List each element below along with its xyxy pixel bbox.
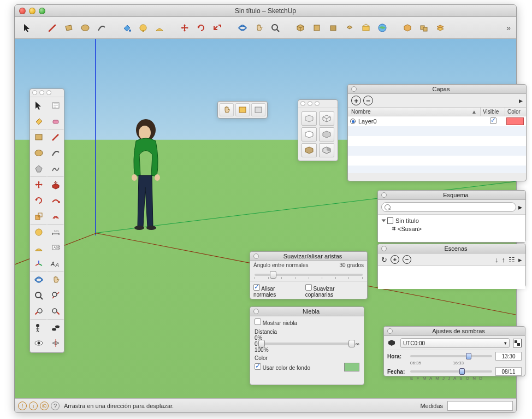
fog-distance-slider[interactable] (260, 343, 353, 345)
fog-color-swatch[interactable] (344, 363, 359, 371)
select-tool[interactable] (30, 97, 47, 113)
pan-tool[interactable] (47, 272, 64, 287)
freehand-tool[interactable] (47, 161, 64, 176)
google-earth-button[interactable] (375, 21, 389, 35)
time-value-input[interactable]: 13:30 (495, 352, 522, 361)
soften-titlebar[interactable]: Suavizar/alisar aristas (250, 252, 367, 261)
look-around-tool[interactable] (30, 335, 47, 351)
previous-view-tool[interactable] (30, 303, 47, 319)
section-plane-tool[interactable] (47, 335, 64, 351)
zoom-extents-tool[interactable] (47, 287, 64, 303)
push-pull-tool[interactable] (47, 176, 64, 192)
tree-child[interactable]: ⌗<Susan> (382, 225, 521, 233)
remove-layer-button[interactable]: − (363, 96, 373, 105)
panel-close-icon[interactable] (381, 192, 387, 198)
slider-thumb[interactable] (270, 271, 276, 279)
instructor-icon[interactable]: ! (18, 402, 27, 410)
scene-menu-button[interactable]: ▸ (518, 256, 522, 264)
fog-titlebar[interactable]: Niebla (250, 307, 364, 316)
layers-menu-button[interactable]: ▸ (519, 96, 523, 105)
scenes-titlebar[interactable]: Escenas (378, 244, 525, 253)
dimension-tool[interactable]: 1m (47, 224, 64, 240)
use-bg-color-checkbox[interactable]: Usar color de fondo (255, 363, 310, 371)
top-view-button[interactable] (342, 21, 357, 35)
pan-tool[interactable] (220, 103, 234, 116)
protractor-tool[interactable] (152, 21, 167, 35)
xray-style-button[interactable] (302, 111, 317, 126)
tree-root[interactable]: Sin título (382, 217, 521, 225)
slider-thumb-end[interactable] (348, 340, 355, 347)
panel-close-icon[interactable] (300, 101, 305, 106)
arc-tool[interactable] (47, 145, 64, 161)
scene-update-button[interactable]: ↻ (381, 256, 387, 264)
hidden-line-style-button[interactable] (302, 127, 317, 141)
move-tool[interactable] (30, 176, 47, 192)
layer-active-radio[interactable] (350, 119, 356, 124)
rotate-tool[interactable] (194, 21, 208, 35)
axes-tool[interactable] (30, 256, 47, 272)
zoom-tool[interactable] (30, 287, 47, 303)
panel-zoom-icon[interactable] (315, 101, 320, 106)
shadow-titlebar[interactable]: Ajustes de sombras (384, 327, 525, 336)
soften-coplanar-checkbox[interactable]: Suavizar coplanarias (305, 284, 364, 298)
model-figure-susan[interactable] (121, 116, 170, 237)
smooth-normals-checkbox[interactable]: Alisar normales (253, 284, 299, 298)
component-button[interactable] (400, 21, 415, 35)
scale-tool[interactable] (30, 208, 47, 224)
layers-titlebar[interactable]: Capas (348, 85, 526, 94)
panel-close-icon[interactable] (381, 246, 387, 251)
toolbar-overflow-button[interactable]: » (506, 23, 511, 32)
circle-tool[interactable] (78, 21, 92, 35)
panel-close-icon[interactable] (351, 86, 357, 92)
protractor-tool[interactable] (30, 240, 47, 256)
iso-view-button[interactable] (293, 21, 308, 35)
outline-search-input[interactable] (381, 202, 516, 212)
group-button[interactable] (417, 21, 431, 35)
credits-icon[interactable]: © (40, 402, 49, 410)
offset-tool[interactable] (47, 208, 64, 224)
panel-min-icon[interactable] (308, 101, 312, 106)
walk-tool[interactable] (47, 319, 64, 335)
orbit-tool[interactable] (235, 21, 250, 35)
geo-icon[interactable]: i (29, 402, 38, 410)
side-view-button[interactable] (326, 21, 340, 35)
scene-view-button[interactable]: ☷ (509, 256, 515, 264)
date-value-input[interactable]: 08/11 (495, 367, 522, 376)
text-tool[interactable]: ABC (47, 240, 64, 256)
palette-titlebar[interactable] (30, 89, 64, 97)
slider-thumb-start[interactable] (258, 340, 265, 347)
palette-min-icon[interactable] (39, 90, 44, 95)
expand-icon[interactable] (382, 220, 386, 222)
wireframe-style-button[interactable] (319, 111, 334, 126)
slider-thumb[interactable] (459, 368, 465, 375)
3d-text-tool[interactable]: AA (47, 256, 64, 272)
arc-tool[interactable] (94, 21, 109, 35)
tape-measure-tool[interactable] (136, 21, 150, 35)
shaded-style-button[interactable] (319, 127, 334, 141)
make-component-tool[interactable] (47, 97, 64, 113)
select-tool[interactable] (20, 21, 34, 35)
angle-slider[interactable] (255, 274, 363, 276)
outline-menu-button[interactable]: ▸ (518, 203, 522, 211)
position-camera-tool[interactable] (30, 319, 47, 335)
time-slider[interactable] (410, 355, 492, 357)
orbit-tool[interactable] (30, 272, 47, 287)
show-fog-checkbox[interactable]: Mostrar niebla (255, 320, 297, 326)
material-tool[interactable] (251, 103, 265, 116)
front-view-button[interactable] (310, 21, 324, 35)
3d-warehouse-button[interactable] (359, 21, 373, 35)
layer-color-swatch[interactable] (506, 117, 524, 125)
layers-button[interactable] (433, 21, 447, 35)
pan-tool[interactable] (252, 21, 266, 35)
tape-measure-tool[interactable] (30, 224, 47, 240)
rotate-tool[interactable] (30, 192, 47, 208)
scenes-list[interactable] (378, 266, 525, 289)
monochrome-style-button[interactable] (319, 143, 334, 157)
next-view-tool[interactable] (47, 303, 64, 319)
palette-zoom-icon[interactable] (46, 90, 51, 95)
polygon-tool[interactable] (30, 161, 47, 176)
paint-bucket-tool[interactable] (30, 113, 47, 129)
measurements-input[interactable] (447, 401, 513, 411)
circle-tool[interactable] (30, 145, 47, 161)
line-tool[interactable] (47, 129, 64, 145)
